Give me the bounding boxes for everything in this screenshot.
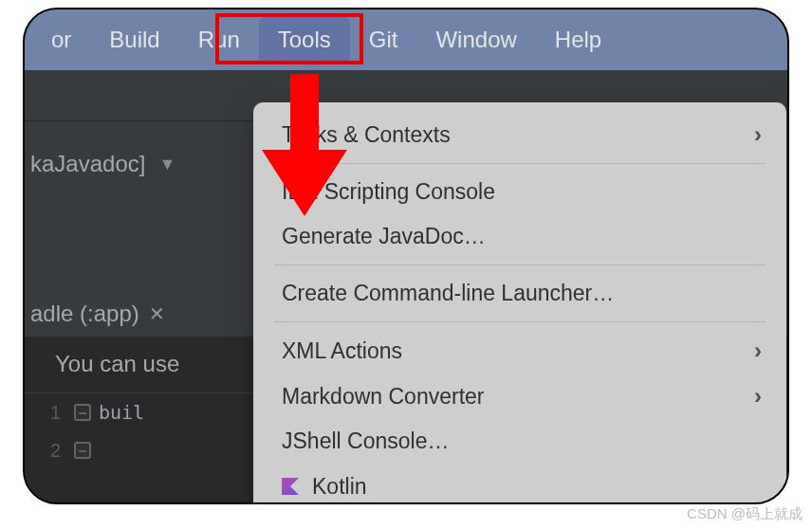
menu-separator <box>274 321 766 322</box>
menu-item-label: IDE Scripting Console <box>282 179 762 205</box>
chevron-down-icon[interactable]: ▼ <box>158 155 175 174</box>
menu-item-xml-actions[interactable]: XML Actions › <box>253 328 786 374</box>
breadcrumb-fragment[interactable]: kaJavadoc] <box>30 151 145 177</box>
code-text[interactable]: buil <box>99 401 144 424</box>
tools-dropdown: Tasks & Contexts › IDE Scripting Console… <box>253 102 786 504</box>
chevron-right-icon: › <box>754 337 762 364</box>
menu-help[interactable]: Help <box>536 17 620 63</box>
menu-item-create-cli[interactable]: Create Command-line Launcher… <box>253 271 786 316</box>
menu-item-label: Create Command-line Launcher… <box>282 281 762 306</box>
menu-item-label: XML Actions <box>282 338 754 364</box>
chevron-right-icon: › <box>754 383 762 410</box>
menu-git[interactable]: Git <box>350 17 417 63</box>
editor-tab[interactable]: adle (:app) <box>30 301 139 327</box>
menu-item-generate-javadoc[interactable]: Generate JavaDoc… <box>253 214 786 259</box>
menu-item-ide-scripting[interactable]: IDE Scripting Console <box>253 170 786 214</box>
menubar: or Build Run Tools Git Window Help <box>25 9 787 70</box>
fold-icon[interactable] <box>74 442 91 459</box>
menu-item-label: Markdown Converter <box>282 384 754 410</box>
menu-item-label: Kotlin <box>312 474 754 500</box>
menu-item-label: Tasks & Contexts <box>282 122 754 148</box>
menu-item-tasks-contexts[interactable]: Tasks & Contexts › <box>253 112 786 157</box>
menu-build[interactable]: Build <box>90 17 178 63</box>
menu-item-markdown-converter[interactable]: Markdown Converter › <box>253 374 786 419</box>
close-icon[interactable]: ✕ <box>149 302 165 325</box>
watermark: CSDN @码上就成 <box>687 505 803 523</box>
ide-window: or Build Run Tools Git Window Help kaJav… <box>23 8 789 504</box>
menu-fragment-or[interactable]: or <box>32 17 90 63</box>
menu-item-kotlin[interactable]: Kotlin › <box>253 464 786 504</box>
menu-item-label: Generate JavaDoc… <box>282 224 762 249</box>
fold-icon[interactable] <box>74 404 91 421</box>
kotlin-icon <box>282 478 299 495</box>
menu-window[interactable]: Window <box>416 17 535 63</box>
menu-separator <box>274 163 766 164</box>
menu-tools[interactable]: Tools <box>259 17 350 63</box>
menu-item-jshell-console[interactable]: JShell Console… <box>253 419 786 464</box>
menu-separator <box>274 264 766 265</box>
line-number: 2 <box>25 440 74 462</box>
menu-run[interactable]: Run <box>179 17 259 63</box>
line-number: 1 <box>25 402 74 424</box>
chevron-right-icon: › <box>754 121 762 148</box>
menu-item-label: JShell Console… <box>282 429 762 454</box>
